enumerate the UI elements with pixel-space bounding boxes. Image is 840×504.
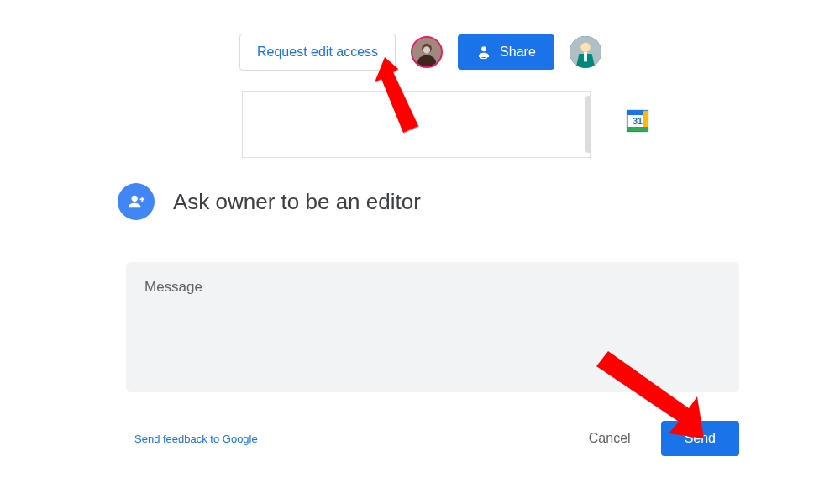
dialog-footer: Send feedback to Google Cancel Send bbox=[134, 421, 739, 456]
dialog-actions: Cancel Send bbox=[577, 421, 739, 456]
send-button[interactable]: Send bbox=[661, 421, 739, 456]
request-edit-access-button[interactable]: Request edit access bbox=[239, 34, 396, 71]
user-account-avatar[interactable] bbox=[570, 36, 601, 68]
person-avatar-icon bbox=[412, 38, 441, 66]
message-textarea[interactable] bbox=[126, 262, 739, 392]
person-avatar-icon bbox=[570, 36, 601, 68]
svg-point-7 bbox=[580, 43, 590, 52]
share-button[interactable]: Share bbox=[458, 34, 554, 70]
send-feedback-link[interactable]: Send feedback to Google bbox=[134, 433, 258, 445]
share-button-label: Share bbox=[500, 45, 536, 60]
share-person-icon bbox=[476, 45, 491, 60]
top-toolbar: Request edit access Share bbox=[239, 34, 601, 71]
svg-rect-8 bbox=[584, 52, 587, 61]
svg-point-15 bbox=[132, 196, 138, 202]
svg-point-4 bbox=[481, 46, 486, 51]
dialog-header: Ask owner to be an editor bbox=[118, 183, 739, 220]
calendar-icon: 31 bbox=[626, 109, 649, 133]
svg-rect-17 bbox=[141, 197, 143, 202]
google-calendar-sidebar-button[interactable]: 31 bbox=[626, 109, 649, 133]
collaborator-avatar[interactable] bbox=[411, 36, 443, 68]
person-add-icon bbox=[118, 183, 155, 220]
document-body-area bbox=[242, 91, 591, 158]
svg-text:31: 31 bbox=[633, 116, 643, 126]
cancel-button[interactable]: Cancel bbox=[577, 423, 643, 454]
dialog-title: Ask owner to be an editor bbox=[173, 189, 421, 215]
svg-point-3 bbox=[423, 46, 431, 54]
request-access-dialog: Ask owner to be an editor Send feedback … bbox=[118, 183, 739, 456]
